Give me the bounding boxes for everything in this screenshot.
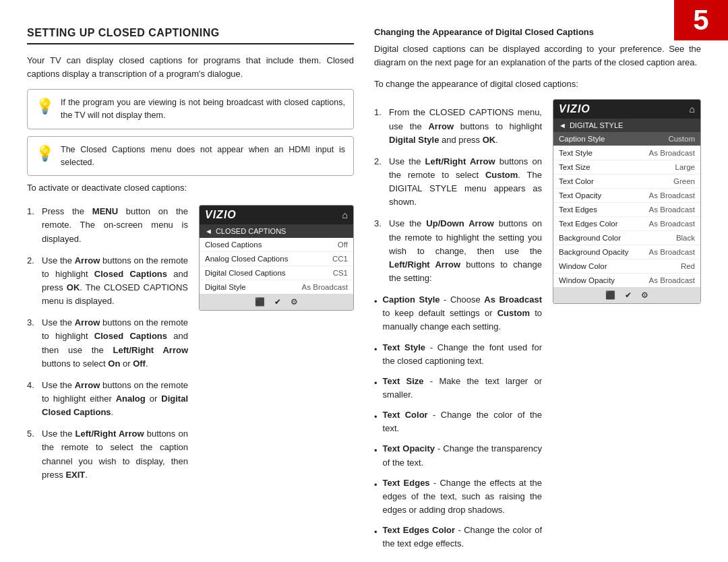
menu-row-label: Analog Closed Captions bbox=[205, 255, 288, 263]
footer-icon-r1: ⬛ bbox=[605, 290, 615, 300]
digital-nav-label: DIGITAL STYLE bbox=[570, 121, 623, 129]
menu-footer-left: ⬛ ✔ ⚙ bbox=[200, 294, 353, 310]
menu-row-label: Caption Style bbox=[559, 135, 605, 143]
steps-list: 1.Press the MENU button on the remote. T… bbox=[27, 205, 188, 482]
activate-heading: To activate or deactivate closed caption… bbox=[27, 183, 354, 193]
list-item: 2.Use the Left/Right Arrow buttons on th… bbox=[374, 155, 542, 210]
step-number: 2. bbox=[374, 155, 384, 210]
menu-row: Text StyleAs Broadcast bbox=[553, 146, 700, 160]
page-number: 5 bbox=[693, 4, 708, 36]
menu-row: Digital StyleAs Broadcast bbox=[200, 280, 353, 294]
menu-row-label: Window Color bbox=[559, 262, 607, 270]
right-menu-container: VIZIO ⌂ ◄ DIGITAL STYLE Caption StyleCus… bbox=[553, 99, 701, 311]
lightbulb-icon: 💡 bbox=[36, 98, 54, 115]
digital-heading: Changing the Appearance of Digital Close… bbox=[374, 27, 701, 37]
list-item: •Text Opacity - Change the transparency … bbox=[374, 442, 542, 469]
menu-nav: ◄ CLOSED CAPTIONS bbox=[200, 224, 353, 238]
bullet-text: Caption Style - Choose As Broadcast to k… bbox=[383, 293, 542, 334]
menu-row: Text Edges ColorAs Broadcast bbox=[553, 217, 700, 231]
right-column: Changing the Appearance of Digital Close… bbox=[374, 27, 701, 557]
menu-row: Text EdgesAs Broadcast bbox=[553, 203, 700, 217]
left-column: SETTING UP CLOSED CAPTIONING Your TV can… bbox=[27, 27, 354, 557]
footer-icon-r3: ⚙ bbox=[641, 290, 648, 300]
vizio-logo: VIZIO bbox=[205, 209, 237, 221]
list-item: 2.Use the Arrow buttons on the remote to… bbox=[27, 254, 188, 309]
menu-row-label: Text Edges bbox=[559, 206, 597, 214]
bullet-text: Text Edges - Change the effects at the e… bbox=[383, 476, 542, 517]
menu-footer-right: ⬛ ✔ ⚙ bbox=[553, 287, 700, 303]
list-item: 3.Use the Arrow buttons on the remote to… bbox=[27, 316, 188, 371]
menu-row: Caption StyleCustom bbox=[553, 132, 700, 146]
list-item: 1.From the CLOSED CAPTIONS menu, use the… bbox=[374, 106, 542, 146]
menu-row-value: Large bbox=[675, 163, 695, 171]
footer-icon-1: ⬛ bbox=[255, 297, 265, 307]
step-number: 1. bbox=[27, 205, 36, 245]
digital-nav-arrow: ◄ bbox=[559, 121, 566, 129]
step-text: Use the Arrow buttons on the remote to h… bbox=[42, 379, 188, 419]
bullet-text: Text Color - Change the color of the tex… bbox=[383, 408, 542, 435]
menu-row: Digital Closed CaptionsCS1 bbox=[200, 266, 353, 280]
menu-row-label: Background Opacity bbox=[559, 248, 629, 256]
step-text: Press the MENU button on the remote. The… bbox=[42, 205, 188, 245]
step-number: 2. bbox=[27, 254, 36, 309]
menu-row-label: Text Size bbox=[559, 163, 590, 171]
tip-text-1: If the program you are viewing is not be… bbox=[61, 96, 345, 122]
digital-style-menu: VIZIO ⌂ ◄ DIGITAL STYLE Caption StyleCus… bbox=[553, 99, 701, 304]
step-number: 3. bbox=[27, 316, 36, 371]
right-steps-menu-row: 1.From the CLOSED CAPTIONS menu, use the… bbox=[374, 99, 701, 557]
menu-row: Window OpacityAs Broadcast bbox=[553, 274, 700, 287]
menu-row: Closed CaptionsOff bbox=[200, 238, 353, 252]
menu-row-label: Digital Style bbox=[205, 283, 246, 291]
step-text: Use the Arrow buttons on the remote to h… bbox=[42, 254, 188, 309]
left-steps-list: 1.Press the MENU button on the remote. T… bbox=[27, 198, 188, 490]
lightbulb-icon-2: 💡 bbox=[36, 145, 54, 162]
left-menu-rows: Closed CaptionsOffAnalog Closed Captions… bbox=[200, 238, 353, 294]
digital-intro1: Digital closed captions can be displayed… bbox=[374, 42, 701, 69]
menu-row-value: Green bbox=[673, 177, 695, 185]
page-header: 5 bbox=[674, 0, 728, 40]
home-icon: ⌂ bbox=[342, 210, 348, 220]
menu-row-value: As Broadcast bbox=[649, 191, 695, 199]
menu-row-label: Text Edges Color bbox=[559, 220, 618, 228]
bullet-text: Text Size - Make the text larger or smal… bbox=[383, 375, 542, 402]
list-item: •Text Edges Color - Change the color of … bbox=[374, 524, 542, 551]
step-text: Use the Up/Down Arrow buttons on the rem… bbox=[389, 217, 542, 285]
menu-nav-label: CLOSED CAPTIONS bbox=[216, 227, 286, 235]
bullet-text: Text Opacity - Change the transparency o… bbox=[383, 442, 542, 469]
menu-row-value: As Broadcast bbox=[649, 149, 695, 157]
bullet-dot: • bbox=[374, 478, 377, 517]
section-title: SETTING UP CLOSED CAPTIONING bbox=[27, 27, 354, 44]
menu-row-value: Custom bbox=[668, 135, 695, 143]
step-text: From the CLOSED CAPTIONS menu, use the A… bbox=[389, 106, 542, 146]
menu-row-label: Background Color bbox=[559, 234, 621, 242]
menu-row: Background ColorBlack bbox=[553, 231, 700, 245]
menu-row: Text OpacityAs Broadcast bbox=[553, 189, 700, 203]
menu-row-value: CS1 bbox=[333, 269, 348, 277]
step-number: 5. bbox=[27, 427, 36, 482]
bullet-text: Text Style - Change the font used for th… bbox=[383, 341, 542, 368]
list-item: •Text Color - Change the color of the te… bbox=[374, 408, 542, 435]
digital-home-icon: ⌂ bbox=[690, 104, 695, 115]
tip-box-2: 💡 The Closed Captions menu does not appe… bbox=[27, 136, 354, 177]
menu-row-value: Off bbox=[338, 241, 348, 249]
menu-row: Window ColorRed bbox=[553, 259, 700, 274]
menu-row-value: Black bbox=[676, 234, 695, 242]
step-text: Use the Left/Right Arrow buttons on the … bbox=[42, 427, 188, 482]
menu-row-value: As Broadcast bbox=[649, 206, 695, 214]
list-item: •Text Size - Make the text larger or sma… bbox=[374, 375, 542, 402]
menu-row-value: CC1 bbox=[332, 255, 348, 263]
digital-vizio-logo: VIZIO bbox=[559, 103, 590, 115]
step-text: Use the Arrow buttons on the remote to h… bbox=[42, 316, 188, 371]
list-item: •Text Edges - Change the effects at the … bbox=[374, 476, 542, 517]
bullet-dot: • bbox=[374, 410, 377, 435]
footer-icon-2: ✔ bbox=[274, 297, 281, 307]
footer-icon-r2: ✔ bbox=[625, 290, 632, 300]
list-item: 5.Use the Left/Right Arrow buttons on th… bbox=[27, 427, 188, 482]
menu-row: Text SizeLarge bbox=[553, 160, 700, 175]
right-steps-ol: 1.From the CLOSED CAPTIONS menu, use the… bbox=[374, 106, 542, 285]
steps-menu-row: 1.Press the MENU button on the remote. T… bbox=[27, 198, 354, 490]
menu-row-label: Text Style bbox=[559, 149, 593, 157]
bullet-dot: • bbox=[374, 295, 377, 334]
menu-row-value: Red bbox=[681, 262, 695, 270]
list-item: 3.Use the Up/Down Arrow buttons on the r… bbox=[374, 217, 542, 285]
